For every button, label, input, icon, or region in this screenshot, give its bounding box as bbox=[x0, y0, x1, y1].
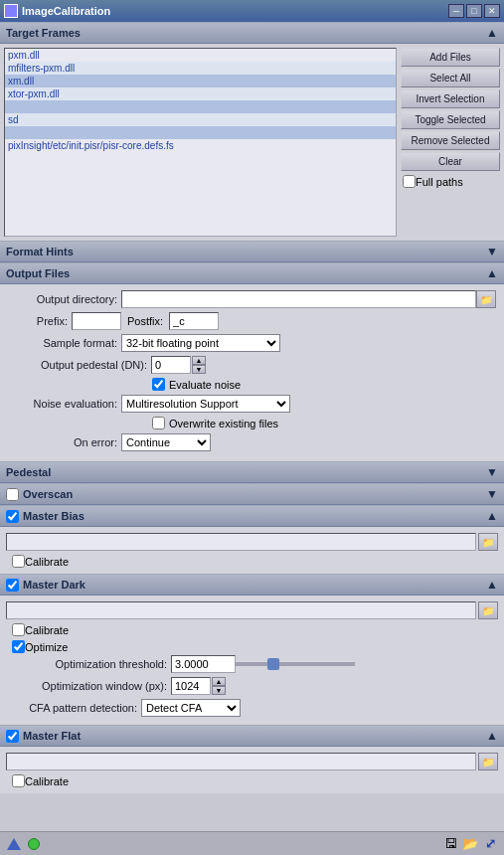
master-flat-file-input[interactable] bbox=[6, 753, 476, 770]
output-files-header[interactable]: Output Files ▲ bbox=[0, 262, 504, 284]
overwrite-label: Overwrite existing files bbox=[169, 418, 278, 429]
master-flat-calibrate-checkbox[interactable] bbox=[12, 774, 25, 787]
output-directory-input[interactable] bbox=[121, 290, 476, 308]
remove-selected-button[interactable]: Remove Selected bbox=[401, 131, 500, 150]
master-dark-file-input[interactable] bbox=[6, 601, 476, 619]
optimization-threshold-slider[interactable] bbox=[236, 662, 355, 666]
master-bias-header[interactable]: Master Bias ▲ bbox=[0, 505, 504, 527]
overwrite-row: Overwrite existing files bbox=[4, 417, 500, 429]
master-dark-header[interactable]: Master Dark ▲ bbox=[0, 574, 504, 596]
master-dark-file-row: 📁 bbox=[4, 599, 500, 621]
pedestal-header[interactable]: Pedestal ▼ bbox=[0, 461, 504, 483]
sample-format-row: Sample format: 32-bit floating point 16-… bbox=[4, 334, 500, 352]
optimization-threshold-input[interactable] bbox=[171, 655, 236, 673]
cfa-pattern-label: CFA pattern detection: bbox=[8, 702, 137, 714]
run-button[interactable] bbox=[6, 836, 22, 852]
pedestal-arrow: ▼ bbox=[486, 465, 498, 479]
optimization-window-spinner[interactable]: ▲ ▼ bbox=[212, 677, 226, 695]
optwindow-up[interactable]: ▲ bbox=[212, 677, 226, 686]
pedestal-title: Pedestal bbox=[6, 466, 51, 478]
list-item[interactable]: xtor-pxm.dll bbox=[5, 87, 396, 100]
master-dark-browse[interactable]: 📁 bbox=[478, 601, 498, 619]
list-item[interactable] bbox=[5, 126, 396, 139]
title-bar-controls: ─ □ ✕ bbox=[448, 4, 500, 18]
optimization-window-input[interactable] bbox=[171, 677, 211, 695]
invert-selection-button[interactable]: Invert Selection bbox=[401, 89, 500, 108]
master-bias-file-input[interactable] bbox=[6, 533, 476, 551]
on-error-select[interactable]: Continue Abort Ask bbox=[121, 433, 211, 451]
status-green-dot bbox=[28, 838, 40, 850]
overscan-header[interactable]: Overscan ▼ bbox=[0, 483, 504, 505]
cfa-pattern-row: CFA pattern detection: Detect CFA None B… bbox=[4, 699, 500, 717]
close-button[interactable]: ✕ bbox=[484, 4, 500, 18]
master-flat-checkbox[interactable] bbox=[6, 730, 19, 743]
minimize-button[interactable]: ─ bbox=[448, 4, 464, 18]
output-directory-label: Output directory: bbox=[8, 293, 117, 305]
expand-button[interactable]: ⤢ bbox=[482, 836, 498, 852]
format-hints-title: Format Hints bbox=[6, 246, 74, 257]
load-button[interactable]: 📂 bbox=[462, 836, 478, 852]
overwrite-checkbox[interactable] bbox=[152, 417, 165, 429]
master-flat-browse[interactable]: 📁 bbox=[478, 753, 498, 770]
output-files-arrow: ▲ bbox=[486, 266, 498, 280]
prefix-postfix-row: Prefix: Postfix: bbox=[4, 312, 500, 330]
master-bias-calibrate-checkbox[interactable] bbox=[12, 555, 25, 568]
full-paths-checkbox[interactable] bbox=[403, 175, 416, 188]
output-files-content: Output directory: 📁 Prefix: Postfix: Sam… bbox=[0, 284, 504, 461]
list-item[interactable]: pxm.dll bbox=[5, 49, 396, 62]
select-all-button[interactable]: Select All bbox=[401, 69, 500, 87]
bottom-bar: 🖫 📂 ⤢ bbox=[0, 831, 504, 855]
master-flat-header-left: Master Flat bbox=[6, 730, 81, 743]
pedestal-up[interactable]: ▲ bbox=[192, 356, 206, 365]
master-dark-optimize-checkbox[interactable] bbox=[12, 640, 25, 653]
master-bias-content: 📁 Calibrate bbox=[0, 527, 504, 574]
master-bias-browse[interactable]: 📁 bbox=[478, 533, 498, 551]
master-bias-arrow: ▲ bbox=[486, 509, 498, 523]
sample-format-label: Sample format: bbox=[8, 337, 117, 349]
master-bias-checkbox[interactable] bbox=[6, 510, 19, 523]
maximize-button[interactable]: □ bbox=[466, 4, 482, 18]
master-bias-title: Master Bias bbox=[23, 510, 84, 522]
master-flat-header[interactable]: Master Flat ▲ bbox=[0, 725, 504, 747]
output-pedestal-label: Output pedestal (DN): bbox=[8, 359, 147, 371]
master-dark-arrow: ▲ bbox=[486, 578, 498, 592]
output-directory-browse[interactable]: 📁 bbox=[476, 290, 496, 308]
add-files-button[interactable]: Add Files bbox=[401, 48, 500, 67]
window-title: ImageCalibration bbox=[22, 5, 110, 17]
target-frames-header[interactable]: Target Frames ▲ bbox=[0, 22, 504, 44]
list-item[interactable]: pixInsight/etc/init.pisr/pisr-core.defs.… bbox=[5, 139, 396, 152]
target-frames-arrow: ▲ bbox=[486, 26, 498, 40]
prefix-input[interactable] bbox=[72, 312, 121, 330]
noise-evaluation-row: Noise evaluation: Multiresolution Suppor… bbox=[4, 395, 500, 413]
master-bias-file-row: 📁 bbox=[4, 531, 500, 553]
optimization-window-row: Optimization window (px): ▲ ▼ bbox=[4, 677, 500, 695]
list-item[interactable]: xm.dll bbox=[5, 75, 396, 87]
optwindow-down[interactable]: ▼ bbox=[212, 686, 226, 695]
list-item[interactable]: mfilters-pxm.dll bbox=[5, 62, 396, 75]
sample-format-select[interactable]: 32-bit floating point 16-bit integer 8-b… bbox=[121, 334, 280, 352]
format-hints-arrow: ▼ bbox=[486, 245, 498, 258]
pedestal-spinner[interactable]: ▲ ▼ bbox=[192, 356, 206, 374]
master-dark-checkbox[interactable] bbox=[6, 579, 19, 592]
list-item[interactable] bbox=[5, 100, 396, 113]
master-dark-calibrate-row: Calibrate bbox=[4, 621, 500, 638]
full-paths-row: Full paths bbox=[401, 173, 500, 190]
target-frames-title: Target Frames bbox=[6, 27, 81, 39]
master-dark-calibrate-checkbox[interactable] bbox=[12, 623, 25, 636]
noise-evaluation-select[interactable]: Multiresolution Support Gaussian Noise bbox=[121, 395, 290, 413]
noise-evaluation-label: Noise evaluation: bbox=[8, 398, 117, 410]
postfix-input[interactable] bbox=[169, 312, 219, 330]
overscan-checkbox[interactable] bbox=[6, 488, 19, 501]
file-list[interactable]: pxm.dll mfilters-pxm.dll xm.dll xtor-pxm… bbox=[4, 48, 397, 237]
master-flat-arrow: ▲ bbox=[486, 729, 498, 743]
list-item[interactable]: sd bbox=[5, 113, 396, 126]
pedestal-down[interactable]: ▼ bbox=[192, 365, 206, 374]
format-hints-header[interactable]: Format Hints ▼ bbox=[0, 241, 504, 262]
cfa-pattern-select[interactable]: Detect CFA None Bayer RGGB bbox=[141, 699, 241, 717]
output-pedestal-input[interactable] bbox=[151, 356, 191, 374]
evaluate-noise-checkbox[interactable] bbox=[152, 378, 165, 391]
clear-button[interactable]: Clear bbox=[401, 152, 500, 171]
main-content: Target Frames ▲ pxm.dll mfilters-pxm.dll… bbox=[0, 22, 504, 831]
save-button[interactable]: 🖫 bbox=[442, 836, 458, 852]
toggle-selected-button[interactable]: Toggle Selected bbox=[401, 110, 500, 129]
